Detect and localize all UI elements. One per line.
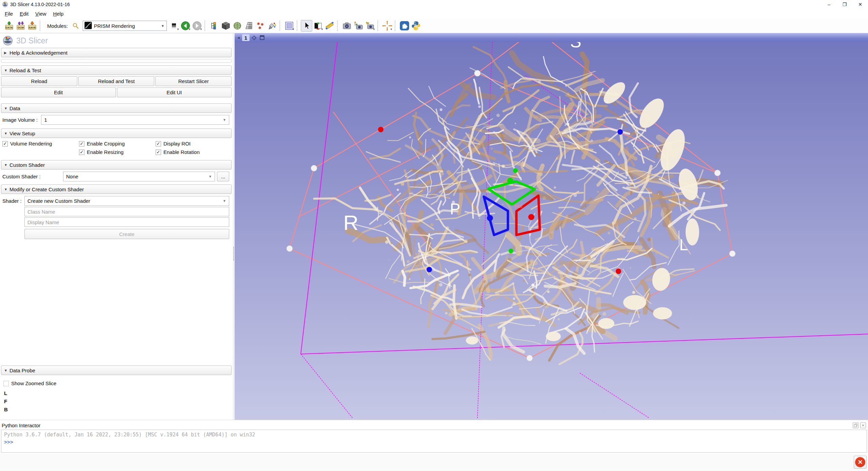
minimize-button[interactable]: –: [821, 0, 837, 9]
svg-text:DATA: DATA: [5, 26, 13, 29]
measurements-icon[interactable]: [324, 20, 335, 32]
section-data-probe[interactable]: ▼ Data Probe: [1, 366, 232, 375]
checkbox-box: ✓: [2, 141, 8, 146]
threed-view: ◄ 1 SRPLIROI: [235, 33, 868, 420]
close-button[interactable]: ✕: [852, 0, 868, 9]
slicer-logo-icon: [2, 1, 8, 7]
module-panel-header: 3D Slicer: [3, 36, 231, 46]
view-label-badge: 1: [242, 34, 250, 41]
show-zoomed-slice-checkbox[interactable]: Show Zoomed Slice: [3, 380, 233, 386]
svg-text:SAVE: SAVE: [28, 26, 36, 29]
class-name-input[interactable]: Class Name: [24, 207, 229, 216]
svg-text:ROI: ROI: [514, 204, 522, 209]
custom-shader-more-button[interactable]: ...: [217, 172, 229, 181]
toolbar-separator: [279, 21, 282, 31]
checkbox-box: ✓: [156, 150, 161, 155]
back-icon[interactable]: ▼: [180, 20, 191, 32]
shader-combobox[interactable]: Create new Custom Shader ▼: [24, 196, 229, 206]
chevron-down-icon: ▼: [209, 175, 212, 178]
data-module-icon[interactable]: [209, 20, 220, 32]
maximize-view-icon[interactable]: [259, 35, 265, 41]
chevron-down-icon: ▼: [200, 28, 202, 31]
reload-button[interactable]: Reload: [1, 76, 77, 86]
error-log-button[interactable]: ✕: [854, 456, 867, 469]
reload-buttons-row1: ReloadReload and TestRestart Slicer: [1, 76, 232, 86]
menu-view[interactable]: View: [32, 9, 50, 19]
expanded-arrow-icon: ▼: [4, 163, 9, 167]
section-view-setup[interactable]: ▼ View Setup: [1, 129, 232, 138]
save-icon[interactable]: SAVE: [26, 20, 38, 32]
screenshot-icon[interactable]: [341, 20, 353, 32]
center-view-icon[interactable]: [251, 35, 257, 41]
enable-cropping-checkbox[interactable]: ✓Enable Cropping: [79, 141, 156, 146]
chevron-down-icon: ▼: [223, 199, 226, 203]
section-help-acknowledgement[interactable]: ▶ Help & Acknowledgement: [1, 48, 232, 57]
edit-button[interactable]: Edit: [1, 87, 116, 97]
load-dicom-icon[interactable]: DCM: [15, 20, 26, 32]
slicer-window: 3D Slicer 4.13.0-2022-01-16 – ❐ ✕ FileEd…: [0, 0, 868, 471]
python-prompt[interactable]: >>>: [4, 439, 864, 445]
restore-scene-view-icon[interactable]: ▼: [364, 20, 376, 32]
mouse-interaction-icon[interactable]: [301, 20, 312, 32]
module-history-icon[interactable]: ▼: [168, 20, 180, 32]
module-selector-combobox[interactable]: PRISM Rendering▼: [83, 21, 167, 31]
python-console-icon[interactable]: [410, 20, 422, 32]
annotations-module-icon[interactable]: [266, 20, 278, 32]
edit-ui-button[interactable]: Edit UI: [117, 87, 232, 97]
chevron-down-icon: ▼: [292, 28, 295, 31]
reload-buttons-row2: EditEdit UI: [1, 87, 232, 97]
enable-rotation-checkbox[interactable]: ✓Enable Rotation: [156, 149, 232, 155]
models-module-icon[interactable]: [232, 20, 243, 32]
slicer-logo-icon: [3, 36, 13, 46]
window-title: 3D Slicer 4.13.0-2022-01-16: [10, 2, 70, 7]
extensions-manager-icon[interactable]: [399, 20, 410, 32]
display-name-input[interactable]: Display Name: [24, 217, 229, 227]
chevron-down-icon: ▼: [177, 28, 179, 31]
toolbar-separator: [395, 21, 397, 31]
threed-viewport[interactable]: SRPLIROI: [235, 42, 868, 420]
volume-rendering-checkbox[interactable]: ✓Volume Rendering: [2, 141, 79, 146]
image-volume-combobox[interactable]: 1 ▼: [41, 115, 229, 125]
python-console[interactable]: Python 3.6.7 (default, Jan 16 2022, 23:2…: [1, 430, 867, 453]
pin-collapse-icon[interactable]: ◄: [237, 36, 240, 40]
scene-views-icon[interactable]: [353, 20, 364, 32]
section-modify-create-shader[interactable]: ▼ Modify or Create Custom Shader: [1, 184, 232, 194]
transforms-module-icon[interactable]: [243, 20, 255, 32]
checkbox-label: Enable Resizing: [87, 149, 123, 155]
section-custom-shader[interactable]: ▼ Custom Shader: [1, 160, 232, 170]
enable-resizing-checkbox[interactable]: ✓Enable Resizing: [79, 149, 156, 155]
chevron-down-icon: ▼: [223, 118, 226, 122]
menu-help[interactable]: Help: [50, 9, 67, 19]
grid-spacer: [2, 149, 79, 155]
expanded-arrow-icon: ▼: [4, 132, 9, 135]
data-probe-layer-b: B: [4, 407, 233, 412]
section-title: Custom Shader: [9, 162, 45, 168]
custom-shader-combobox[interactable]: None ▼: [63, 172, 215, 181]
float-panel-icon[interactable]: [853, 423, 859, 428]
checkbox-label: Enable Rotation: [163, 149, 200, 155]
layout-selector-icon[interactable]: ▼: [283, 20, 295, 32]
close-panel-icon[interactable]: ✕: [860, 423, 866, 428]
forward-icon[interactable]: ▼: [191, 20, 203, 32]
crosshair-icon[interactable]: ▼: [381, 20, 393, 32]
menu-edit[interactable]: Edit: [16, 9, 32, 19]
toolbar-separator: [297, 21, 299, 31]
create-button[interactable]: Create: [24, 229, 229, 239]
svg-text:L: L: [679, 236, 688, 254]
chevron-down-icon: ▼: [161, 24, 165, 28]
current-module-icon: [84, 22, 92, 30]
reload-and-test-button[interactable]: Reload and Test: [78, 76, 155, 86]
markups-module-icon[interactable]: ✱✱✱: [255, 20, 266, 32]
maximize-button[interactable]: ❐: [837, 0, 852, 9]
menu-file[interactable]: File: [1, 9, 16, 19]
help-empty-strip: [1, 59, 232, 63]
section-data[interactable]: ▼ Data: [1, 103, 232, 113]
section-reload-test[interactable]: ▼ Reload & Test: [1, 65, 232, 75]
volumes-module-icon[interactable]: [220, 20, 232, 32]
checkbox-box: ✓: [156, 141, 161, 146]
window-level-icon[interactable]: ▼: [312, 20, 324, 32]
module-search-icon[interactable]: [70, 20, 81, 32]
display-roi-checkbox[interactable]: ✓Display ROI: [156, 141, 232, 146]
restart-slicer-button[interactable]: Restart Slicer: [155, 76, 232, 86]
load-data-icon[interactable]: DATA: [3, 20, 15, 32]
